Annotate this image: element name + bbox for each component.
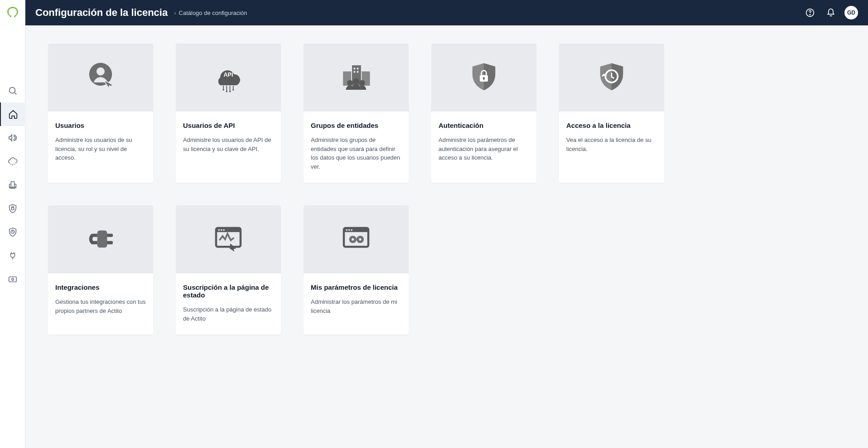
card-title: Mis parámetros de licencia <box>311 283 401 291</box>
svg-rect-36 <box>216 228 241 232</box>
cloud-api-icon <box>8 156 18 166</box>
svg-point-25 <box>347 80 353 86</box>
shield-history-small-icon <box>8 227 18 237</box>
user-avatar[interactable]: GD <box>844 6 858 19</box>
svg-point-26 <box>353 78 359 85</box>
card-title: Suscripción a la página de estado <box>183 283 274 299</box>
card-image <box>176 205 281 273</box>
buildings-icon <box>8 180 18 190</box>
svg-point-39 <box>223 229 225 231</box>
svg-point-12 <box>96 68 105 76</box>
card-image <box>559 44 664 112</box>
svg-point-44 <box>351 229 352 231</box>
home-icon <box>8 109 18 119</box>
card-body: Acceso a la licencia Vea el acceso a la … <box>559 112 664 165</box>
plug-icon <box>80 219 121 260</box>
nav-api[interactable] <box>0 150 25 173</box>
nav-campaigns[interactable] <box>0 126 25 150</box>
svg-point-16 <box>229 91 231 93</box>
card-image <box>48 205 153 273</box>
nav-home[interactable] <box>0 102 25 126</box>
card-image <box>304 205 409 273</box>
svg-rect-23 <box>354 71 356 73</box>
card-license-params[interactable]: Mis parámetros de licencia Administrar l… <box>304 205 409 335</box>
card-license-access[interactable]: Acceso a la licencia Vea el acceso a la … <box>559 44 664 183</box>
shield-lock-icon <box>463 57 504 98</box>
svg-point-2 <box>10 187 11 188</box>
app-root: Configuración de la licencia › Catálogo … <box>0 0 868 448</box>
entities-icon <box>336 57 376 98</box>
svg-point-46 <box>352 238 354 240</box>
nav-license-params[interactable] <box>0 268 25 291</box>
card-authentication[interactable]: Autenticación Administre los parámetros … <box>431 44 536 183</box>
app-logo[interactable] <box>5 5 20 20</box>
card-description: Administre los usuarios de su licencia, … <box>55 136 146 162</box>
card-title: Acceso a la licencia <box>566 122 657 129</box>
plug-small-icon <box>8 251 18 261</box>
card-description: Administre los parámetros de autenticaci… <box>439 136 529 162</box>
nav-entities[interactable] <box>0 173 25 197</box>
nav-search[interactable] <box>0 79 25 102</box>
left-nav-rail <box>0 0 25 448</box>
help-button[interactable] <box>803 5 817 20</box>
svg-rect-24 <box>357 71 359 73</box>
card-body: Grupos de entidades Administre los grupo… <box>304 112 409 183</box>
card-description: Vea el acceso a la licencia de su licenc… <box>566 136 657 153</box>
svg-point-27 <box>359 80 365 86</box>
card-image: API <box>176 44 281 112</box>
shield-lock-small-icon <box>8 204 18 214</box>
svg-point-10 <box>810 15 810 15</box>
svg-rect-21 <box>354 68 356 69</box>
notifications-button[interactable] <box>824 5 838 20</box>
main-column: Configuración de la licencia › Catálogo … <box>25 0 868 448</box>
card-entity-groups[interactable]: Grupos de entidades Administre los grupo… <box>304 44 409 183</box>
card-image <box>431 44 536 112</box>
svg-rect-30 <box>483 78 485 80</box>
card-title: Integraciones <box>55 283 146 291</box>
top-header: Configuración de la licencia › Catálogo … <box>25 0 868 25</box>
card-title: Autenticación <box>439 122 529 129</box>
settings-card-icon <box>8 274 18 284</box>
svg-point-15 <box>226 91 228 93</box>
users-icon <box>80 57 121 98</box>
svg-point-37 <box>218 229 220 231</box>
nav-auth[interactable] <box>0 197 25 220</box>
card-body: Usuarios Administre los usuarios de su l… <box>48 112 153 174</box>
svg-point-14 <box>222 89 224 91</box>
svg-point-3 <box>12 187 13 188</box>
cards-grid: Usuarios Administre los usuarios de su l… <box>48 44 845 335</box>
status-page-icon <box>208 219 249 260</box>
svg-point-8 <box>11 278 14 281</box>
card-title: Usuarios de API <box>183 122 274 129</box>
card-body: Mis parámetros de licencia Administrar l… <box>304 273 409 327</box>
card-api-users[interactable]: API Usuarios de API Administre los usuar… <box>176 44 281 183</box>
card-description: Suscripción a la página de estado de Act… <box>183 305 274 323</box>
card-image <box>304 44 409 112</box>
svg-point-0 <box>9 88 15 93</box>
svg-rect-22 <box>357 68 359 69</box>
svg-point-4 <box>14 187 15 188</box>
shield-history-icon <box>591 57 632 98</box>
card-integrations[interactable]: Integraciones Gestiona tus integraciones… <box>48 205 153 335</box>
card-status-page[interactable]: Suscripción a la página de estado Suscri… <box>176 205 281 335</box>
card-description: Administre los usuarios de API de su lic… <box>183 136 274 153</box>
svg-rect-7 <box>9 277 16 282</box>
svg-point-42 <box>346 229 348 231</box>
nav-license-access[interactable] <box>0 220 25 244</box>
breadcrumb-item[interactable]: Catálogo de configuración <box>179 10 247 16</box>
card-usuarios[interactable]: Usuarios Administre los usuarios de su l… <box>48 44 153 183</box>
svg-point-38 <box>221 229 222 231</box>
api-icon: API <box>208 57 249 98</box>
card-description: Administre los grupos de entidades que u… <box>311 136 401 171</box>
help-icon <box>805 8 815 17</box>
actito-logo-icon <box>5 5 20 20</box>
card-image <box>48 44 153 112</box>
card-body: Usuarios de API Administre los usuarios … <box>176 112 281 165</box>
card-description: Administrar los parámetros de mi licenci… <box>311 297 401 315</box>
card-body: Suscripción a la página de estado Suscri… <box>176 273 281 335</box>
nav-integrations[interactable] <box>0 244 25 268</box>
card-title: Grupos de entidades <box>311 122 401 129</box>
breadcrumb: › Catálogo de configuración <box>174 10 247 16</box>
svg-point-48 <box>359 238 361 240</box>
card-body: Integraciones Gestiona tus integraciones… <box>48 273 153 327</box>
